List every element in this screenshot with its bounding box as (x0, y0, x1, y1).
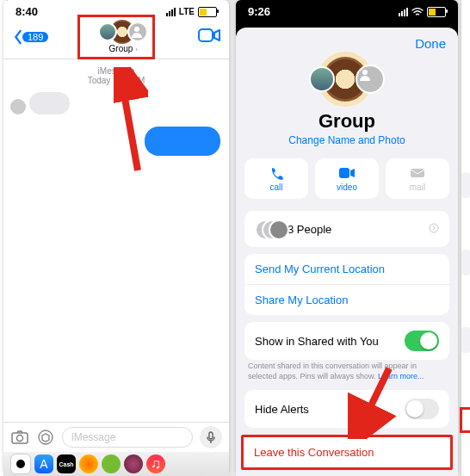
member-avatar-generic (127, 22, 148, 42)
applecash-app-icon[interactable]: Cash (57, 454, 76, 473)
svg-rect-6 (411, 169, 424, 177)
incoming-message[interactable] (10, 92, 222, 114)
conversation-screen: 8:40 LTE 189 Group › iMessage Today 1:19… (3, 0, 229, 476)
done-button[interactable]: Done (415, 36, 446, 51)
dictation-button[interactable] (200, 426, 222, 448)
chevron-right-icon (429, 223, 439, 236)
member-avatar (98, 22, 117, 41)
shared-label: Show in Shared with You (255, 335, 379, 348)
svg-point-7 (430, 224, 438, 232)
phone-icon (269, 166, 283, 180)
clock: 9:26 (248, 5, 270, 18)
back-button[interactable]: 189 (12, 29, 48, 45)
svg-point-3 (17, 436, 23, 442)
svg-rect-0 (199, 29, 213, 41)
hide-alerts-toggle[interactable] (405, 399, 439, 419)
timestamp-label: Today 1:19 PM (3, 76, 229, 85)
mail-icon (410, 168, 425, 178)
battery-icon (427, 7, 446, 17)
battery-icon (198, 7, 217, 17)
message-input[interactable]: iMessage (62, 427, 193, 448)
app-drawer[interactable]: A Cash ♫ (3, 452, 229, 476)
video-button[interactable]: video (315, 158, 379, 199)
signal-icon (166, 8, 176, 16)
chevron-right-icon: › (135, 46, 138, 53)
facetime-button[interactable] (198, 28, 220, 46)
photos-app-icon[interactable] (10, 454, 31, 474)
clock: 8:40 (15, 5, 38, 18)
appstore-app-icon[interactable]: A (34, 454, 53, 473)
app-icon[interactable] (102, 454, 121, 473)
group-title: Group (236, 110, 458, 133)
app-icon[interactable] (124, 454, 143, 473)
leave-conversation-button[interactable]: Leave this Conversation (244, 437, 450, 467)
unread-badge: 189 (22, 32, 48, 42)
people-avatars-icon (255, 219, 281, 238)
mail-button: mail (386, 158, 449, 199)
svg-rect-5 (339, 168, 349, 178)
shared-with-you-row: Show in Shared with You (244, 322, 449, 360)
change-name-photo-link[interactable]: Change Name and Photo (236, 134, 458, 146)
sender-avatar (10, 99, 26, 114)
people-row[interactable]: 3 People (244, 211, 449, 247)
shared-caption: Content shared in this conversation will… (236, 362, 458, 381)
learn-more-link[interactable]: Learn more... (378, 372, 424, 380)
call-button[interactable]: call (244, 158, 308, 199)
group-header[interactable]: Group › (98, 20, 148, 53)
music-app-icon[interactable]: ♫ (146, 454, 165, 473)
member-avatar (309, 66, 335, 92)
wifi-icon (411, 8, 424, 16)
app-icon[interactable] (79, 454, 98, 473)
thread-type-label: iMessage (3, 66, 229, 76)
people-count: 3 People (288, 223, 331, 236)
shared-toggle[interactable] (405, 331, 439, 351)
video-icon (338, 167, 356, 179)
send-location-button[interactable]: Send My Current Location (244, 254, 449, 284)
share-location-button[interactable]: Share My Location (244, 284, 449, 315)
signal-icon (399, 8, 408, 16)
camera-button[interactable] (10, 428, 29, 447)
message-list[interactable]: iMessage Today 1:19 PM (3, 59, 229, 386)
group-name: Group (109, 44, 133, 53)
details-screen: 9:26 Done Group Change Name and Photo ca… (236, 0, 458, 476)
network-label: LTE (179, 7, 195, 16)
status-bar: 9:26 (236, 0, 458, 20)
hide-alerts-row: Hide Alerts (244, 390, 449, 428)
svg-point-4 (16, 460, 25, 468)
member-avatar-generic (356, 65, 385, 94)
status-bar: 8:40 LTE (3, 0, 229, 20)
compose-bar: iMessage (3, 422, 229, 452)
hide-alerts-label: Hide Alerts (255, 403, 309, 416)
apps-button[interactable] (36, 428, 55, 447)
outgoing-message[interactable] (145, 127, 220, 156)
